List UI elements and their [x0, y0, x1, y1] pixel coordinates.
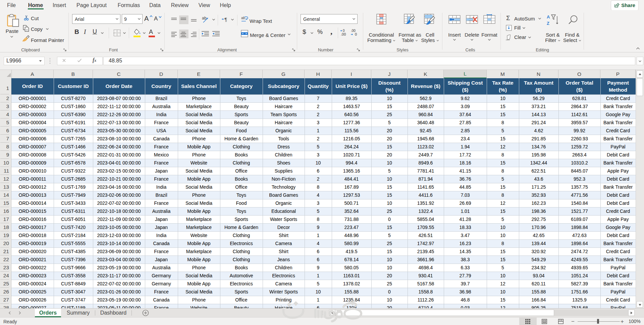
- svg-text:.00: .00: [341, 32, 346, 36]
- svg-text:A: A: [547, 14, 550, 19]
- svg-text:¶: ¶: [224, 16, 227, 22]
- svg-text:ab: ab: [241, 16, 245, 20]
- svg-text:Z: Z: [547, 21, 549, 26]
- svg-text:0: 0: [343, 29, 345, 33]
- svg-text:0: 0: [355, 32, 357, 36]
